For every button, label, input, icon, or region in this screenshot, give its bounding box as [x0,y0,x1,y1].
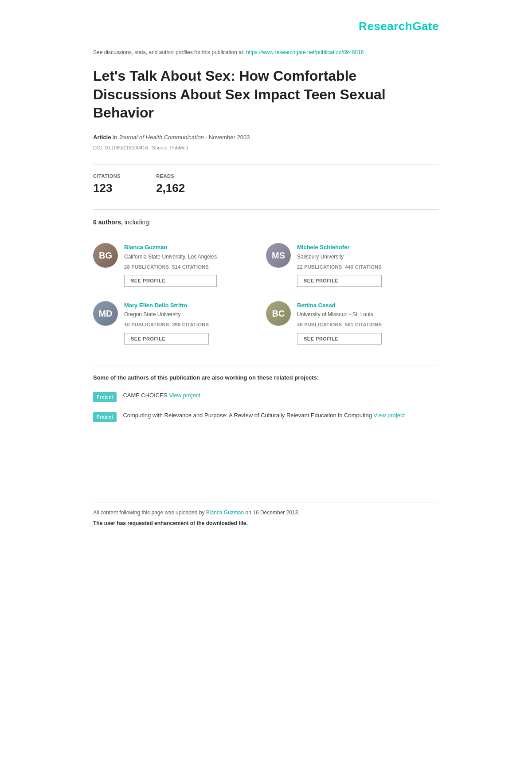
see-discussions-bar: See discussions, stats, and author profi… [93,48,439,56]
avatar-placeholder: BG [93,243,118,268]
author-info: Mary Ellen Dello Stritto Oregon State Un… [124,301,209,345]
citations-label: CITATIONS [93,172,121,180]
author-avatar: BG [93,243,118,268]
author-card: BC Bettina Casad University of Missouri … [266,294,439,352]
footer-request: The user has requested enhancement of th… [93,519,439,527]
author-name[interactable]: Mary Ellen Dello Stritto [124,301,209,310]
authors-heading: 6 authors, including: [93,218,439,227]
author-info: Michele Schlehofer Salisbury University … [297,243,382,287]
see-profile-button[interactable]: SEE PROFILE [124,333,209,345]
project-item: Project Computing with Relevance and Pur… [93,411,439,422]
author-avatar: BC [266,301,291,326]
publication-url[interactable]: https://www.researchgate.net/publication… [246,49,364,55]
view-project-link[interactable]: View project [169,392,200,399]
logo-area: ResearchGate [93,18,439,35]
author-card: BG Bianca Guzman California State Univer… [93,236,266,294]
authors-count: 6 authors, [93,219,123,226]
author-affiliation: California State University, Los Angeles [124,253,217,261]
author-stats: 46 PUBLICATIONS 581 CITATIONS [297,321,382,329]
article-type: Article [93,134,111,141]
related-heading: Some of the authors of this publication … [93,373,439,382]
reads-value: 2,162 [156,180,185,197]
citations-value: 123 [93,180,121,197]
view-project-link[interactable]: View project [374,412,405,419]
author-stats: 22 PUBLICATIONS 449 CITATIONS [297,263,382,271]
project-item: Project CAMP CHOICES View project [93,391,439,402]
project-text: Computing with Relevance and Purpose: A … [123,411,405,420]
author-name[interactable]: Bianca Guzman [124,243,217,252]
reads-block: READS 2,162 [156,172,185,197]
footer-upload: All content following this page was uplo… [93,509,439,517]
doi-source: DOI: 10.1080/116100416 · Source: PubMed [93,144,439,152]
researchgate-logo: ResearchGate [359,20,439,33]
avatar-placeholder: MS [266,243,291,268]
author-affiliation: Salisbury University [297,253,382,261]
see-discussions-text: See discussions, stats, and author profi… [93,49,245,55]
see-profile-button[interactable]: SEE PROFILE [297,333,382,345]
project-text: CAMP CHOICES View project [123,391,200,400]
author-card: MD Mary Ellen Dello Stritto Oregon State… [93,294,266,352]
author-name[interactable]: Bettina Casad [297,301,382,310]
authors-grid: BG Bianca Guzman California State Univer… [93,236,439,352]
article-meta: Article in Journal of Health Communicati… [93,133,439,142]
divider-1 [93,164,439,165]
project-badge: Project [93,392,117,402]
article-title: Let's Talk About Sex: How Comfortable Di… [93,67,439,122]
author-avatar: MD [93,301,118,326]
footer: All content following this page was uplo… [93,502,439,527]
see-profile-button[interactable]: SEE PROFILE [124,275,217,287]
avatar-placeholder: BC [266,301,291,326]
footer-upload-text: All content following this page was uplo… [93,509,205,516]
see-profile-button[interactable]: SEE PROFILE [297,275,382,287]
author-affiliation: Oregon State University [124,310,209,318]
page-container: ResearchGate See discussions, stats, and… [66,0,466,554]
project-badge: Project [93,412,117,422]
footer-upload-date: on 16 December 2013. [246,509,300,516]
author-info: Bettina Casad University of Missouri - S… [297,301,382,345]
author-avatar: MS [266,243,291,268]
stats-row: CITATIONS 123 READS 2,162 [93,172,439,197]
author-affiliation: University of Missouri - St. Louis [297,310,382,318]
article-preposition: in [113,134,117,141]
reads-label: READS [156,172,185,180]
article-date: · November 2003 [206,134,250,141]
author-stats: 28 PUBLICATIONS 514 CITATIONS [124,263,217,271]
divider-3 [93,365,439,365]
footer-uploader-link[interactable]: Bianca Guzman [206,509,244,516]
citations-block: CITATIONS 123 [93,172,121,197]
avatar-placeholder: MD [93,301,118,326]
author-name[interactable]: Michele Schlehofer [297,243,382,252]
author-info: Bianca Guzman California State Universit… [124,243,217,287]
authors-including: including: [125,219,151,226]
article-journal: Journal of Health Communication [119,134,204,141]
author-card: MS Michele Schlehofer Salisbury Universi… [266,236,439,294]
author-stats: 10 PUBLICATIONS 390 CITATIONS [124,321,209,329]
projects-container: Project CAMP CHOICES View project Projec… [93,391,439,422]
divider-2 [93,209,439,210]
